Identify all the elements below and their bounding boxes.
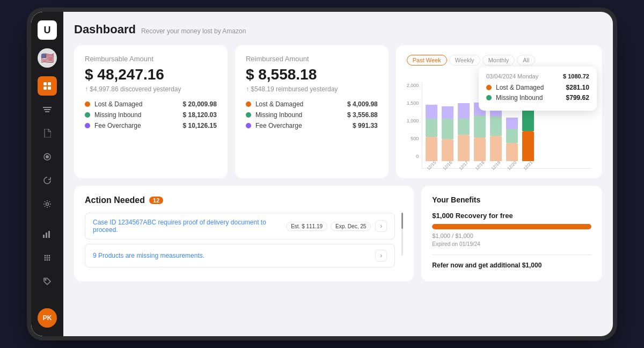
breakdown-missing-inbound: Missing Inbound $ 18,120.03 [85, 111, 217, 119]
bar-group-12/16[interactable]: 12/16 [442, 106, 453, 168]
reimbursed-card: Reimbursed Amount $ 8,558.18 ↑ $548.19 r… [235, 45, 389, 178]
benefits-title: Your Benefits [432, 195, 591, 204]
reimbursed-change: ↑ $548.19 reimbursed yesterday [246, 85, 378, 93]
sidebar-item-shipments[interactable] [38, 100, 57, 119]
action-arrow-0[interactable]: › [375, 220, 387, 232]
sidebar-avatar[interactable]: PK [38, 308, 57, 328]
svg-point-18 [49, 259, 50, 261]
dot-purple [85, 123, 90, 128]
scroll-indicator[interactable] [401, 213, 403, 256]
bar-stack-12/18 [474, 103, 486, 161]
reimbursable-change: ↑ $4,997.86 discovered yesterday [85, 85, 217, 93]
svg-point-14 [47, 257, 48, 259]
svg-point-12 [49, 255, 50, 257]
svg-rect-0 [43, 82, 47, 85]
bar-purple-12/16 [442, 106, 453, 119]
bar-stack-12/20 [506, 118, 518, 161]
reimbursable-label: Reimbursable Amount [85, 55, 217, 63]
reimbursed-breakdown-missing-inbound: Missing Inbound $ 3,556.88 [246, 111, 378, 119]
sidebar-item-analytics[interactable] [38, 147, 57, 166]
bar-orange-12/15 [426, 137, 437, 161]
reimbursed-amount: $ 8,558.18 [246, 66, 378, 83]
tab-past-week[interactable]: Past Week [407, 55, 447, 66]
action-header: Action Needed 12 [85, 195, 403, 205]
chart-card: Past Week Weekly Monthly All 0 500 1,000… [396, 45, 602, 178]
action-items-list: Case ID 1234567ABC requires proof of del… [85, 213, 395, 272]
tab-monthly[interactable]: Monthly [482, 55, 515, 66]
svg-point-6 [46, 203, 49, 206]
dot-green [85, 112, 90, 118]
svg-point-11 [47, 255, 48, 257]
svg-point-16 [45, 259, 46, 261]
benefits-divider: Refer now and get additional $1,000 [432, 255, 591, 269]
svg-rect-2 [43, 86, 47, 90]
sidebar-item-grid2[interactable] [38, 248, 57, 267]
bar-group-12/18[interactable]: 12/18 [474, 103, 486, 168]
benefits-promo-title: $1,000 Recovery for free [432, 212, 591, 220]
bar-group-12/17[interactable]: 12/17 [458, 103, 470, 168]
bar-group-12/20[interactable]: 12/20 [506, 118, 518, 168]
tab-all[interactable]: All [517, 55, 535, 66]
sidebar-item-dashboard[interactable] [38, 76, 57, 96]
action-tag-est: Est. $ 111.19 [286, 222, 327, 231]
svg-rect-3 [48, 86, 51, 90]
dot-orange [85, 102, 90, 107]
sidebar-item-docs[interactable] [38, 124, 57, 143]
reimbursed-breakdown-lost-damaged: Lost & Damaged $ 4,009.98 [246, 100, 378, 108]
action-arrow-1[interactable]: › [375, 250, 387, 262]
svg-rect-9 [48, 231, 50, 238]
bar-purple-12/20 [506, 118, 518, 129]
bar-label-12/16: 12/16 [442, 160, 453, 171]
progress-bar-fill [432, 224, 591, 229]
bar-label-12/19: 12/19 [491, 160, 502, 171]
tooltip-dot-orange [486, 85, 492, 90]
action-items-container: Case ID 1234567ABC requires proof of del… [85, 213, 403, 272]
bar-stack-12/17 [458, 103, 470, 161]
sidebar-flag[interactable]: 🇺🇸 [38, 48, 57, 68]
page-subtitle: Recover your money lost by Amazon [141, 27, 246, 35]
bar-purple-12/17 [458, 103, 470, 119]
sidebar: U 🇺🇸 [31, 12, 63, 336]
bar-green-12/19 [490, 117, 502, 136]
chart-tabs: Past Week Weekly Monthly All [407, 55, 591, 66]
benefits-card: Your Benefits $1,000 Recovery for free $… [421, 186, 602, 281]
bar-orange-12/16 [442, 139, 453, 161]
action-item-1[interactable]: 9 Products are missing measurements. › [85, 244, 395, 267]
y-label-1500: 1,500 [407, 100, 419, 106]
bar-green-12/15 [426, 119, 437, 137]
action-badge: 12 [149, 197, 163, 204]
sidebar-item-tag[interactable] [38, 272, 57, 291]
sidebar-item-settings[interactable] [38, 194, 57, 214]
dot-orange-r [246, 102, 251, 107]
tooltip-date: 03/04/2024 Monday $ 1080.72 [486, 73, 589, 79]
reimbursed-breakdown-fee-overcharge: Fee Overcharge $ 991.33 [246, 122, 378, 129]
action-item-text-1: 9 Products are missing measurements. [93, 252, 371, 259]
sidebar-item-refresh[interactable] [38, 171, 57, 190]
action-card: Action Needed 12 Case ID 1234567ABC requ… [74, 186, 414, 281]
svg-rect-8 [46, 233, 47, 238]
breakdown-fee-overcharge: Fee Overcharge $ 10,126.15 [85, 122, 217, 129]
bar-label-12/18: 12/18 [474, 160, 486, 171]
progress-text: $1,000 / $1,000 [432, 233, 591, 239]
y-label-0: 0 [407, 154, 419, 159]
bar-stack-12/15 [426, 105, 437, 161]
action-item-0[interactable]: Case ID 1234567ABC requires proof of del… [85, 213, 395, 240]
y-label-2000: 2,000 [407, 83, 419, 88]
device-screen: U 🇺🇸 [31, 12, 613, 336]
svg-rect-7 [43, 235, 45, 238]
svg-point-19 [45, 279, 46, 280]
bar-stack-12/16 [442, 106, 453, 161]
bar-green-12/16 [442, 119, 453, 139]
bar-group-12/15[interactable]: 12/15 [426, 105, 437, 168]
bar-group-12/19[interactable]: 12/19 [490, 102, 502, 168]
bar-purple-12/15 [426, 105, 437, 119]
svg-point-10 [45, 255, 46, 257]
bar-green-12/20 [506, 129, 518, 143]
bar-label-12/21: 12/21 [523, 160, 534, 171]
action-title: Action Needed [85, 195, 145, 205]
tab-weekly[interactable]: Weekly [449, 55, 480, 66]
sidebar-item-charts[interactable] [38, 224, 57, 244]
progress-bar-bg [432, 224, 591, 229]
svg-rect-1 [48, 82, 51, 85]
chart-area: 0 500 1,000 1,500 2,000 12/1512/1612/171… [407, 72, 591, 169]
